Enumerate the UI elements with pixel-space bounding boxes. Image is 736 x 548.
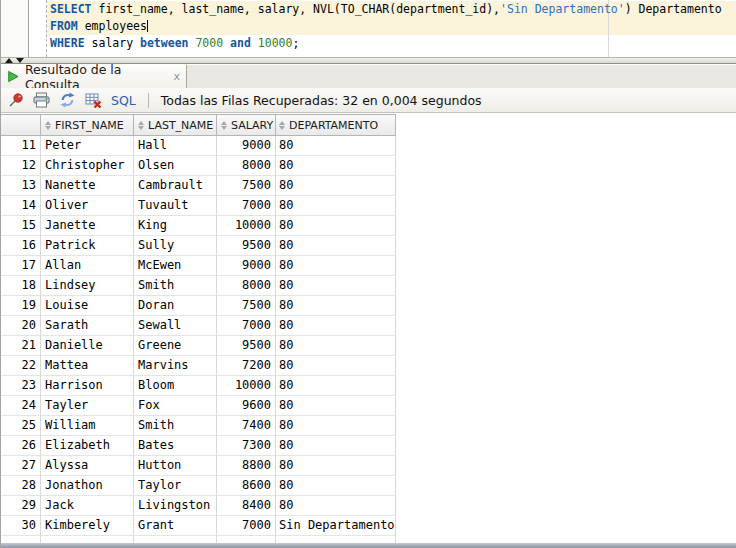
- results-grid[interactable]: FIRST_NAMELAST_NAMESALARYDEPARTAMENTO 11…: [1, 113, 736, 543]
- cell-last-name[interactable]: Sewall: [134, 316, 217, 336]
- table-row[interactable]: 20SarathSewall700080: [1, 316, 736, 336]
- table-row[interactable]: 16PatrickSully950080: [1, 236, 736, 256]
- cell-last-name[interactable]: Livingston: [134, 496, 217, 516]
- cell-salary[interactable]: 9600: [217, 396, 276, 416]
- cell-departamento[interactable]: 80: [276, 276, 396, 296]
- code-line[interactable]: FROM employees: [47, 18, 736, 35]
- cell-salary[interactable]: 9000: [217, 256, 276, 276]
- sql-button[interactable]: SQL: [111, 93, 136, 108]
- cell-last-name[interactable]: Cambrault: [134, 176, 217, 196]
- cell-first-name[interactable]: William: [41, 416, 134, 436]
- refresh-icon[interactable]: [59, 92, 76, 108]
- table-row[interactable]: 19LouiseDoran750080: [1, 296, 736, 316]
- cell-departamento[interactable]: 80: [276, 156, 396, 176]
- cell-first-name[interactable]: Jonathon: [41, 476, 134, 496]
- cell-salary[interactable]: 7500: [217, 296, 276, 316]
- sort-icon[interactable]: [221, 121, 227, 130]
- cell-last-name[interactable]: McEwen: [134, 256, 217, 276]
- table-row[interactable]: 30KimberelyGrant7000Sin Departamento: [1, 516, 736, 536]
- cell-first-name[interactable]: Kimberely: [41, 516, 134, 536]
- cell-salary[interactable]: 7000: [217, 316, 276, 336]
- row-number[interactable]: 17: [1, 256, 41, 276]
- cell-last-name[interactable]: Sully: [134, 236, 217, 256]
- column-header-salary[interactable]: SALARY: [217, 114, 276, 136]
- row-number[interactable]: 14: [1, 196, 41, 216]
- cell-salary[interactable]: 8400: [217, 496, 276, 516]
- cell-first-name[interactable]: Nanette: [41, 176, 134, 196]
- cell-first-name[interactable]: Lindsey: [41, 276, 134, 296]
- cell-first-name[interactable]: Mattea: [41, 356, 134, 376]
- row-number[interactable]: 16: [1, 236, 41, 256]
- cell-departamento[interactable]: 80: [276, 416, 396, 436]
- column-header-departamento[interactable]: DEPARTAMENTO: [276, 114, 396, 136]
- cell-salary[interactable]: 7300: [217, 436, 276, 456]
- clear-grid-icon[interactable]: [85, 92, 102, 108]
- table-row[interactable]: 12ChristopherOlsen800080: [1, 156, 736, 176]
- splitter-up-arrow-icon[interactable]: [5, 58, 13, 63]
- cell-salary[interactable]: 7400: [217, 416, 276, 436]
- table-row[interactable]: 21DanielleGreene950080: [1, 336, 736, 356]
- splitter-down-arrow-icon[interactable]: [16, 58, 24, 63]
- cell-salary[interactable]: 7500: [217, 176, 276, 196]
- cell-first-name[interactable]: Jack: [41, 496, 134, 516]
- cell-salary[interactable]: 8800: [217, 456, 276, 476]
- tab-close-icon[interactable]: x: [173, 70, 180, 83]
- cell-last-name[interactable]: Hall: [134, 136, 217, 156]
- splitter-collapse-handles[interactable]: [5, 58, 24, 63]
- cell-departamento[interactable]: 80: [276, 296, 396, 316]
- cell-last-name[interactable]: Grant: [134, 516, 217, 536]
- print-icon[interactable]: [33, 92, 50, 108]
- row-number[interactable]: 13: [1, 176, 41, 196]
- cell-salary[interactable]: 7200: [217, 356, 276, 376]
- row-number[interactable]: 23: [1, 376, 41, 396]
- row-number[interactable]: 11: [1, 136, 41, 156]
- cell-departamento[interactable]: 80: [276, 316, 396, 336]
- cell-departamento[interactable]: 80: [276, 496, 396, 516]
- grid-body[interactable]: 11PeterHall90008012ChristopherOlsen80008…: [1, 136, 736, 543]
- table-row[interactable]: 14OliverTuvault700080: [1, 196, 736, 216]
- cell-salary[interactable]: 8000: [217, 276, 276, 296]
- cell-last-name[interactable]: Smith: [134, 416, 217, 436]
- row-number[interactable]: 25: [1, 416, 41, 436]
- table-row[interactable]: 18LindseySmith800080: [1, 276, 736, 296]
- table-row[interactable]: 11PeterHall900080: [1, 136, 736, 156]
- cell-first-name[interactable]: Patrick: [41, 236, 134, 256]
- cell-last-name[interactable]: Taylor: [134, 476, 217, 496]
- cell-first-name[interactable]: Louise: [41, 296, 134, 316]
- table-row[interactable]: 15JanetteKing1000080: [1, 216, 736, 236]
- cell-last-name[interactable]: Marvins: [134, 356, 217, 376]
- cell-departamento[interactable]: 80: [276, 436, 396, 456]
- code-line[interactable]: SELECT first_name, last_name, salary, NV…: [47, 1, 736, 18]
- cell-last-name[interactable]: Greene: [134, 336, 217, 356]
- cell-departamento[interactable]: 80: [276, 396, 396, 416]
- cell-salary[interactable]: 9500: [217, 336, 276, 356]
- sort-icon[interactable]: [138, 121, 144, 130]
- sql-editor[interactable]: SELECT first_name, last_name, salary, NV…: [1, 0, 736, 57]
- table-row[interactable]: 24TaylerFox960080: [1, 396, 736, 416]
- sort-icon[interactable]: [279, 121, 285, 130]
- cell-last-name[interactable]: Doran: [134, 296, 217, 316]
- cell-departamento[interactable]: 80: [276, 476, 396, 496]
- cell-first-name[interactable]: Janette: [41, 216, 134, 236]
- table-row[interactable]: 27AlyssaHutton880080: [1, 456, 736, 476]
- table-row[interactable]: 28JonathonTaylor860080: [1, 476, 736, 496]
- cell-last-name[interactable]: Fox: [134, 396, 217, 416]
- cell-departamento[interactable]: 80: [276, 256, 396, 276]
- cell-first-name[interactable]: Danielle: [41, 336, 134, 356]
- cell-salary[interactable]: 9000: [217, 136, 276, 156]
- row-number[interactable]: 20: [1, 316, 41, 336]
- cell-salary[interactable]: 9500: [217, 236, 276, 256]
- table-row[interactable]: 25WilliamSmith740080: [1, 416, 736, 436]
- cell-first-name[interactable]: Elizabeth: [41, 436, 134, 456]
- table-row[interactable]: 22MatteaMarvins720080: [1, 356, 736, 376]
- cell-salary[interactable]: 8600: [217, 476, 276, 496]
- row-number[interactable]: 28: [1, 476, 41, 496]
- cell-last-name[interactable]: Smith: [134, 276, 217, 296]
- cell-first-name[interactable]: Harrison: [41, 376, 134, 396]
- row-number[interactable]: 22: [1, 356, 41, 376]
- cell-first-name[interactable]: Oliver: [41, 196, 134, 216]
- cell-first-name[interactable]: Allan: [41, 256, 134, 276]
- row-number[interactable]: 27: [1, 456, 41, 476]
- cell-last-name[interactable]: Olsen: [134, 156, 217, 176]
- editor-code-lines[interactable]: SELECT first_name, last_name, salary, NV…: [47, 1, 736, 52]
